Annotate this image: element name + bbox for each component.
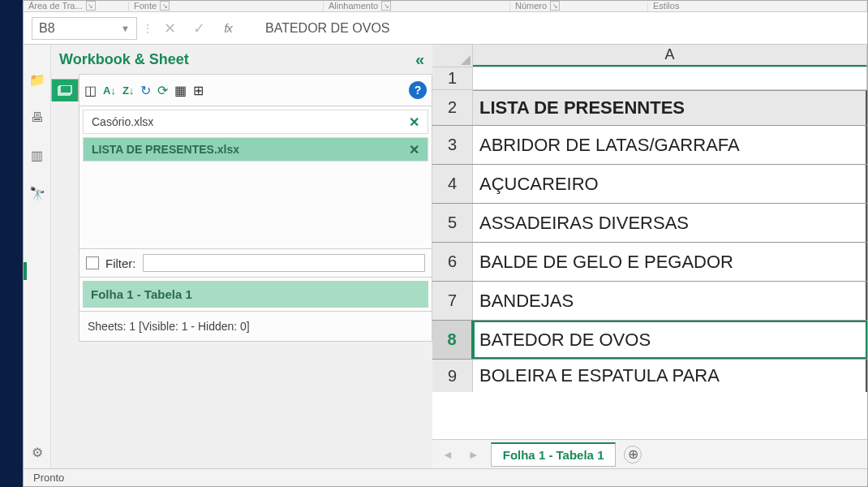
cancel-formula-icon[interactable]: ✕ — [158, 17, 181, 40]
ribbon-group-styles: Estilos — [648, 1, 867, 11]
row-header[interactable]: 1 — [432, 67, 473, 89]
table-row: 5 ASSADEIRAS DIVERSAS — [432, 204, 867, 243]
close-icon[interactable]: ✕ — [409, 114, 419, 130]
table-row: 3 ABRIDOR DE LATAS/GARRAFA — [432, 126, 867, 165]
sort-az-icon[interactable]: A↓ — [103, 84, 116, 97]
filter-checkbox[interactable] — [86, 256, 99, 269]
printer-icon[interactable]: 🖶 — [31, 110, 44, 125]
formula-bar-row: B8 ▼ ⋮ ✕ ✓ fx BATEDOR DE OVOS — [24, 12, 867, 45]
chart-edit-icon[interactable]: ◫ — [84, 83, 97, 98]
filter-row: Filter: — [79, 249, 432, 278]
accept-formula-icon[interactable]: ✓ — [187, 17, 210, 40]
rows-area: 1 2 LISTA DE PRESENNTES 3 ABRIDOR DE LAT… — [432, 67, 867, 468]
dialog-launcher-icon[interactable]: ↘ — [550, 1, 560, 11]
refresh-icon[interactable]: ↻ — [140, 83, 151, 98]
spreadsheet-grid: A 1 2 LISTA DE PRESENNTES 3 ABRIDOR DE L… — [432, 45, 867, 468]
grip-dots-icon: ⋮ — [144, 27, 152, 30]
name-box[interactable]: B8 ▼ — [32, 17, 137, 40]
workbook-item-active[interactable]: LISTA DE PRESENTES.xlsx ✕ — [83, 137, 428, 162]
select-all-cell[interactable] — [432, 45, 473, 67]
app-window: Área de Tra...↘ Fonte↘ Alinhamento↘ Núme… — [23, 0, 868, 487]
row-header[interactable]: 5 — [432, 204, 473, 242]
reload-icon[interactable]: ⟳ — [157, 83, 168, 98]
collapse-panel-icon[interactable]: « — [415, 50, 424, 69]
row-header[interactable]: 8 — [432, 321, 473, 359]
workbook-list: Casório.xlsx ✕ LISTA DE PRESENTES.xlsx ✕ — [79, 106, 432, 249]
table-row: 7 BANDEJAS — [432, 282, 867, 321]
tab-nav-right-icon[interactable]: ► — [465, 448, 483, 461]
table-row-selected: 8 BATEDOR DE OVOS — [432, 321, 867, 360]
cell[interactable]: AÇUCAREIRO — [473, 165, 867, 203]
gear-icon[interactable]: ⚙ — [32, 445, 43, 460]
chevron-down-icon[interactable]: ▼ — [121, 24, 130, 33]
cell-header[interactable]: LISTA DE PRESENNTES — [473, 90, 867, 125]
active-strip-marker — [24, 262, 27, 280]
panel-toolbar-row: ◫ A↓ Z↓ ↻ ⟳ ▦ ⊞ ? — [51, 74, 432, 106]
panel-title-bar: Workbook & Sheet « — [51, 45, 432, 74]
binoculars-icon[interactable]: 🔭 — [29, 186, 45, 201]
row-header[interactable]: 7 — [432, 282, 473, 320]
table-row: 9 BOLEIRA E ESPATULA PARA — [432, 360, 867, 392]
ribbon-group-clipboard: Área de Tra...↘ — [24, 1, 129, 11]
svg-rect-1 — [60, 85, 71, 93]
barcode-icon[interactable]: ▥ — [31, 148, 43, 163]
ribbon-group-font: Fonte↘ — [129, 1, 324, 11]
column-header-row: A — [432, 45, 867, 67]
main-area: 📁 🖶 ▥ 🔭 ⚙ Workbook & Sheet « ◫ A↓ Z↓ ↻ — [24, 45, 867, 468]
filter-input[interactable] — [143, 254, 426, 272]
dialog-launcher-icon[interactable]: ↘ — [160, 1, 170, 11]
column-header-A[interactable]: A — [473, 45, 867, 67]
dialog-launcher-icon[interactable]: ↘ — [86, 1, 96, 11]
ribbon-group-number: Número↘ — [510, 1, 648, 11]
table-row: 1 — [432, 67, 867, 90]
workbook-item[interactable]: Casório.xlsx ✕ — [83, 110, 428, 134]
name-box-ref: B8 — [39, 21, 55, 36]
table-row: 6 BALDE DE GELO E PEGADOR — [432, 243, 867, 282]
dialog-launcher-icon[interactable]: ↘ — [381, 1, 391, 11]
status-text: Pronto — [33, 472, 64, 484]
cell[interactable]: BALDE DE GELO E PEGADOR — [473, 243, 867, 281]
cell[interactable]: ASSADEIRAS DIVERSAS — [473, 204, 867, 242]
cell[interactable]: BANDEJAS — [473, 282, 867, 320]
row-header[interactable]: 3 — [432, 126, 473, 164]
panel-toolbar: ◫ A↓ Z↓ ↻ ⟳ ▦ ⊞ ? — [79, 74, 432, 106]
status-bar: Pronto — [24, 468, 867, 486]
help-icon[interactable]: ? — [409, 81, 427, 99]
table-row: 2 LISTA DE PRESENNTES — [432, 90, 867, 126]
row-header[interactable]: 4 — [432, 165, 473, 203]
panel-title: Workbook & Sheet — [59, 51, 189, 68]
cell-active[interactable]: BATEDOR DE OVOS — [473, 321, 867, 359]
left-icon-strip: 📁 🖶 ▥ 🔭 ⚙ — [24, 45, 51, 468]
close-icon[interactable]: ✕ — [409, 142, 419, 157]
sort-za-icon[interactable]: Z↓ — [122, 84, 134, 97]
cell[interactable] — [473, 67, 867, 89]
tab-nav-left-icon[interactable]: ◄ — [439, 448, 457, 461]
row-header[interactable]: 6 — [432, 243, 473, 281]
panel-active-tab[interactable] — [51, 79, 79, 101]
sheet-tab-active[interactable]: Folha 1 - Tabela 1 — [491, 442, 617, 467]
row-header[interactable]: 2 — [432, 90, 473, 125]
sheet-stats: Sheets: 1 [Visible: 1 - Hidden: 0] — [79, 312, 432, 342]
filter-label: Filter: — [105, 256, 136, 270]
workbook-name: LISTA DE PRESENTES.xlsx — [92, 143, 239, 156]
grid-settings-icon[interactable]: ▦ — [174, 83, 187, 98]
sheet-tab-bar: ◄ ► Folha 1 - Tabela 1 ⊕ — [432, 439, 867, 468]
add-sheet-icon[interactable]: ⊕ — [624, 446, 642, 463]
workbook-name: Casório.xlsx — [92, 115, 153, 128]
cell[interactable]: BOLEIRA E ESPATULA PARA — [473, 360, 867, 392]
workbook-sheet-panel: Workbook & Sheet « ◫ A↓ Z↓ ↻ ⟳ ▦ ⊞ ? — [51, 45, 432, 468]
grid-plus-icon[interactable]: ⊞ — [193, 83, 204, 98]
cell[interactable]: ABRIDOR DE LATAS/GARRAFA — [473, 126, 867, 164]
formula-bar-value[interactable]: BATEDOR DE OVOS — [246, 21, 859, 36]
table-row: 4 AÇUCAREIRO — [432, 165, 867, 204]
sheet-item-active[interactable]: Folha 1 - Tabela 1 — [83, 281, 428, 308]
folder-icon[interactable]: 📁 — [29, 72, 45, 88]
fx-icon[interactable]: fx — [217, 17, 239, 40]
ribbon-group-labels: Área de Tra...↘ Fonte↘ Alinhamento↘ Núme… — [24, 1, 867, 12]
row-header[interactable]: 9 — [432, 360, 473, 392]
ribbon-group-alignment: Alinhamento↘ — [324, 1, 510, 11]
sheet-list: Folha 1 - Tabela 1 — [79, 278, 432, 312]
